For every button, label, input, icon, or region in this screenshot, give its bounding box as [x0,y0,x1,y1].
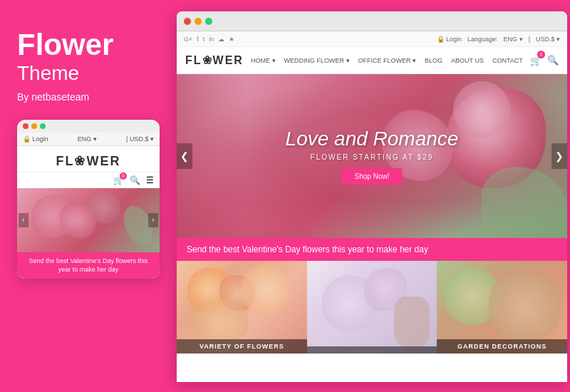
mobile-login[interactable]: 🔒 Login [23,135,48,143]
mobile-cart-badge: 0 [120,172,127,180]
linkedin-icon[interactable]: in [209,36,214,43]
search-icon[interactable]: 🔍 [547,55,559,66]
mobile-dot-red [23,123,28,129]
thumbnail-middle[interactable] [307,261,437,354]
site-navbar: FL❀WER HOME ▾ WEDDING FLOWER ▾ OFFICE FL… [177,47,567,74]
thumbnail-garden[interactable]: GARDEN DECORATIONS [437,261,567,354]
left-panel: Flower Theme By netbaseteam 🔒 Login ENG … [0,0,177,392]
facebook-icon[interactable]: f [197,36,199,43]
hero-slider-right-arrow[interactable]: ❯ [551,143,567,169]
hero-title: Love and Romance [286,128,459,150]
social-icons: G+ f t in ☁ ★ [184,36,234,43]
cart-wrapper[interactable]: 🛒 0 [530,54,542,67]
mobile-slider-left-arrow[interactable]: ‹ [19,213,28,227]
site-logo: FL❀WER [185,53,244,67]
theme-author: By netbaseteam [17,91,160,103]
thumb-garden-label: GARDEN DECORATIONS [437,339,567,354]
hero-slider-left-arrow[interactable]: ❮ [177,143,192,169]
nav-item-contact[interactable]: CONTACT [492,57,523,64]
browser-title-bar [177,11,567,31]
mobile-slider: ‹ › [17,188,160,252]
mobile-logo-area: FL❀WER [17,146,160,172]
hero-subtitle: FLOWER STARTING AT $29 [286,153,459,161]
mobile-slider-right-arrow[interactable]: › [148,213,158,227]
twitter-icon[interactable]: t [203,36,205,43]
hero-text: Love and Romance FLOWER STARTING AT $29 … [286,128,459,185]
mobile-cart-icon[interactable]: 🛒 0 [113,175,124,185]
mobile-title-bar [17,120,160,133]
site-utility-bar: G+ f t in ☁ ★ 🔒 Login Language: ENG ▾ | … [177,31,567,47]
mobile-language[interactable]: ENG ▾ [78,135,97,143]
language-select[interactable]: ENG ▾ [504,36,523,43]
mobile-slider-image [17,188,160,252]
mobile-currency[interactable]: | USD.$ ▾ [126,135,154,143]
theme-subtitle: Theme [17,61,160,86]
mobile-caption: Send the best Valentine's Day flowers th… [17,252,160,279]
browser-dot-red[interactable] [184,18,191,25]
language-label: Language: [467,36,498,43]
mobile-search-icon[interactable]: 🔍 [130,175,140,185]
thumbnail-flowers[interactable]: VARIETY OF FLOWERS [177,261,307,354]
nav-menu: HOME ▾ WEDDING FLOWER ▾ OFFICE FLOWER ▾ … [251,57,523,64]
mobile-mockup: 🔒 Login ENG ▾ | USD.$ ▾ FL❀WER 🛒 0 🔍 ☰ [17,120,160,279]
mobile-icons-row: 🛒 0 🔍 ☰ [17,172,160,188]
cloud-icon[interactable]: ☁ [218,36,224,43]
mobile-dot-green [40,123,46,129]
mobile-toolbar: 🔒 Login ENG ▾ | USD.$ ▾ [17,133,160,146]
browser-dot-green[interactable] [205,18,212,25]
theme-title: Flower [17,29,160,61]
hero-slider: Love and Romance FLOWER STARTING AT $29 … [177,74,567,238]
nav-item-office[interactable]: OFFICE FLOWER ▾ [358,57,417,64]
bookmark-icon[interactable]: ★ [229,36,234,43]
hero-shop-button[interactable]: Shop Now! [342,168,403,185]
browser-mockup: G+ f t in ☁ ★ 🔒 Login Language: ENG ▾ | … [177,11,567,382]
login-link[interactable]: 🔒 Login [437,36,462,43]
thumb-middle-label [307,346,437,354]
thumbnail-row: VARIETY OF FLOWERS GARDEN DECORATIONS [177,261,567,354]
mobile-logo: FL❀WER [23,153,154,169]
cart-badge: 0 [537,51,545,58]
nav-item-wedding[interactable]: WEDDING FLOWER ▾ [284,57,350,64]
nav-item-home[interactable]: HOME ▾ [251,57,276,64]
google-plus-icon[interactable]: G+ [184,36,192,43]
nav-icons: 🛒 0 🔍 [530,54,559,67]
currency-label: | [529,36,530,43]
thumb-middle-bg [307,261,437,354]
thumb-flowers-label: VARIETY OF FLOWERS [177,339,307,354]
pink-banner: Send the best Valentine's Day flowers th… [177,238,567,261]
utility-right: 🔒 Login Language: ENG ▾ | USD.$ ▾ [437,36,561,43]
mobile-menu-icon[interactable]: ☰ [146,175,154,185]
browser-dot-yellow[interactable] [195,18,202,25]
mobile-dot-yellow [31,123,37,129]
nav-item-about[interactable]: ABOUT US [451,57,484,64]
nav-item-blog[interactable]: BLOG [425,57,442,64]
currency-select[interactable]: USD.$ ▾ [536,36,560,43]
